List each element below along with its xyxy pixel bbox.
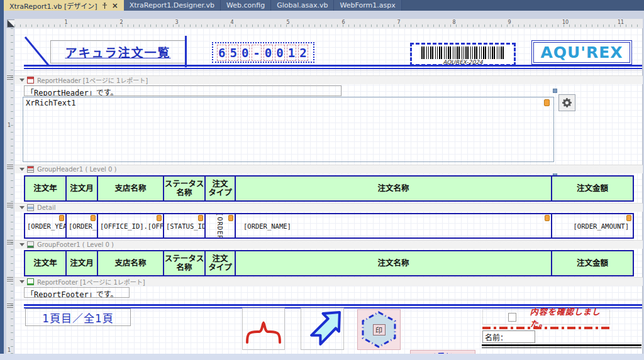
smart-tag-marker[interactable] xyxy=(228,215,233,221)
barcode-control[interactable]: AQUREX-2024 xyxy=(410,43,516,66)
band-boundary-line xyxy=(14,70,643,71)
page-info-label[interactable]: 1頁目／全1頁 xyxy=(25,308,131,326)
smart-tag-marker[interactable] xyxy=(626,215,631,221)
group-footer-band-icon xyxy=(27,241,34,248)
collapse-triangle-icon[interactable] xyxy=(19,206,25,209)
detail-cell[interactable]: [OFFICE_ID].[OFFIC xyxy=(97,213,164,239)
footer-cell[interactable]: 注文金額 xyxy=(551,250,634,276)
window-bottom-strip xyxy=(0,354,644,360)
footer-cell[interactable]: 注文 タイプ xyxy=(204,250,236,276)
detail-cell[interactable]: [ORDER_AMOUNT] xyxy=(551,213,634,239)
red-dashdot-line-shape[interactable] xyxy=(482,327,611,329)
confirm-panel: 内容を確認しました。 xyxy=(482,309,610,325)
report-designer-window: XtraReport1.vb [デザイン] × XtraReport1.Desi… xyxy=(0,0,644,360)
tab-webform1[interactable]: WebForm1.aspx xyxy=(334,0,401,11)
detail-cell[interactable]: [ORDER_ xyxy=(65,213,98,239)
collapse-triangle-icon[interactable] xyxy=(19,79,25,82)
band-strip-group-footer[interactable]: GroupFooter1 ( Level 0 ) xyxy=(14,240,643,249)
barcode-bars xyxy=(421,46,504,59)
tab-web-config[interactable]: Web.config xyxy=(221,0,271,11)
band-strip-group-header[interactable]: GroupHeader1 ( Level 0 ) xyxy=(14,165,643,173)
pin-icon[interactable] xyxy=(102,3,108,9)
report-title-label[interactable]: アキュラ注文一覧 xyxy=(50,40,186,63)
group-footer-table: 注文年 注文月 支店名称 ステータス 名称 注文 タイプ 注文名称 注文金額 xyxy=(24,250,634,276)
tab-xtrareport-design[interactable]: XtraReport1.vb [デザイン] × xyxy=(4,0,124,11)
smart-tag-marker[interactable] xyxy=(157,215,162,221)
top-double-line-shape[interactable] xyxy=(24,65,642,69)
header-cell[interactable]: 注文 タイプ xyxy=(204,175,236,202)
header-cell[interactable]: ステータス 名称 xyxy=(163,175,206,202)
window-left-edge xyxy=(0,0,4,354)
tab-designer-vb[interactable]: XtraReport1.Designer.vb xyxy=(124,0,221,11)
horizontal-ruler: 1 2 3 4 5 6 7 8 9 10 11 xyxy=(14,19,643,28)
detail-cell-vertical[interactable]: [ORDER xyxy=(204,213,236,239)
header-cell[interactable]: 注文月 xyxy=(65,175,98,202)
rich-text-control[interactable]: XrRichText1 xyxy=(23,97,554,162)
brace-shape[interactable] xyxy=(242,308,285,350)
confirm-checkbox[interactable] xyxy=(508,313,516,322)
header-cell[interactable]: 注文名称 xyxy=(235,175,552,202)
vertical-line-shape[interactable] xyxy=(185,36,187,67)
report-header-caption-label[interactable]: 「ReportHeader」です。 xyxy=(24,85,341,96)
smart-tag-gear-button[interactable] xyxy=(558,94,575,111)
vertical-ruler: 1 1 xyxy=(6,28,14,354)
name-label[interactable]: 名前： xyxy=(482,330,535,343)
detail-cell[interactable]: [STATUS_ID xyxy=(163,213,206,239)
header-cell[interactable]: 注文金額 xyxy=(551,175,634,202)
smart-tag-marker[interactable] xyxy=(545,215,550,221)
footer-cell[interactable]: ステータス 名称 xyxy=(163,250,206,276)
postal-code-box[interactable]: 650-0012 xyxy=(212,42,314,63)
stamp-seal-label: 印 xyxy=(373,324,386,335)
smart-tag-marker[interactable] xyxy=(91,215,96,221)
band-boundary-line xyxy=(14,300,643,300)
document-tab-bar: XtraReport1.vb [デザイン] × XtraReport1.Desi… xyxy=(4,0,644,11)
detail-cell[interactable]: [ORDER_YEA xyxy=(24,213,67,239)
black-double-line-shape[interactable] xyxy=(482,344,641,348)
brace-icon xyxy=(243,308,284,349)
design-surface: アキュラ注文一覧 650-0012 AQUREX-2024 AQU'REX Re… xyxy=(14,28,643,354)
band-strip-detail[interactable]: Detail xyxy=(14,203,643,212)
report-footer-band-icon xyxy=(27,278,34,285)
smart-tag-marker[interactable] xyxy=(198,215,203,221)
arrow-shape[interactable] xyxy=(301,308,344,350)
header-cell[interactable]: 支店名称 xyxy=(97,175,164,202)
confirm-label: 内容を確認しました。 xyxy=(530,305,609,329)
group-header-table: 注文年 注文月 支店名称 ステータス 名称 注文 タイプ 注文名称 注文金額 xyxy=(24,175,634,202)
arrow-ne-icon xyxy=(301,308,343,349)
detail-cell[interactable]: [ORDER_NAME] xyxy=(235,213,552,239)
close-icon[interactable]: × xyxy=(112,2,118,9)
tab-label: XtraReport1.vb [デザイン] xyxy=(9,1,97,11)
group-header-band-icon xyxy=(27,166,34,173)
report-footer-caption-label[interactable]: 「ReportFooter」です。 xyxy=(24,287,130,298)
gear-icon xyxy=(562,98,572,107)
footer-cell[interactable]: 注文月 xyxy=(65,250,98,276)
footer-cell[interactable]: 注文名称 xyxy=(235,250,552,276)
detail-table: [ORDER_YEA [ORDER_ [OFFICE_ID].[OFFIC [S… xyxy=(24,213,634,239)
smart-tag-marker[interactable] xyxy=(59,215,64,221)
header-cell[interactable]: 注文年 xyxy=(24,175,67,202)
footer-cell[interactable]: 支店名称 xyxy=(97,250,164,276)
logo-label[interactable]: AQU'REX xyxy=(531,40,632,65)
diagonal-line-shape[interactable] xyxy=(24,36,50,67)
detail-band-icon xyxy=(27,204,34,211)
band-strip-report-footer[interactable]: ReportFooter [1ページに 1レポート] xyxy=(14,277,643,286)
selection-handle[interactable] xyxy=(553,89,557,93)
band-strip-report-header[interactable]: ReportHeader [1ページに 1レポート] xyxy=(14,75,643,84)
collapse-triangle-icon[interactable] xyxy=(19,168,25,171)
smart-tag-marker[interactable] xyxy=(544,99,550,106)
footer-cell[interactable]: 注文年 xyxy=(24,250,67,276)
tab-global-asax[interactable]: Global.asax.vb xyxy=(271,0,334,11)
report-header-band-icon xyxy=(27,77,34,84)
collapse-triangle-icon[interactable] xyxy=(19,280,25,283)
hexagon-stamp-shape[interactable]: 印 xyxy=(357,309,401,350)
collapse-triangle-icon[interactable] xyxy=(19,243,25,246)
